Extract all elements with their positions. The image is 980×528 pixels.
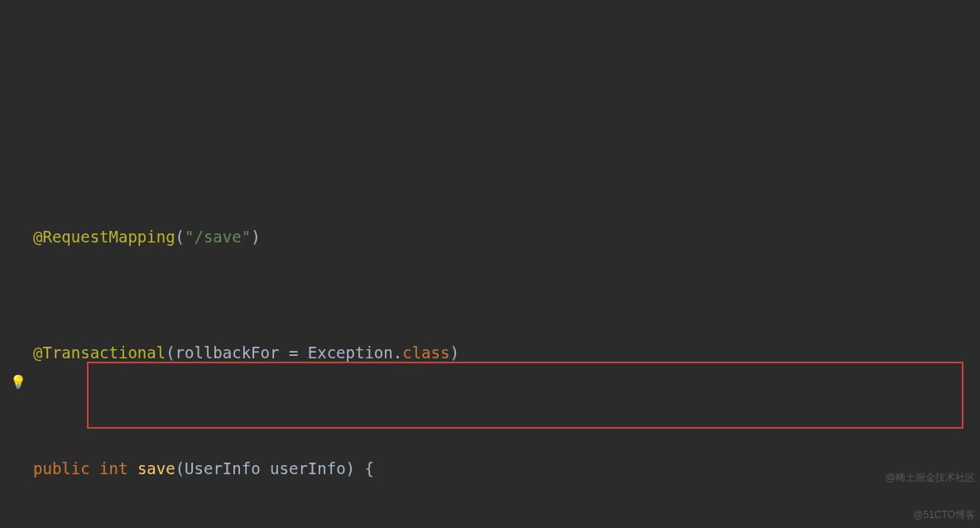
string-literal: "/save" (185, 228, 251, 246)
code-line: @RequestMapping("/save") (33, 223, 980, 252)
punct: . (393, 343, 402, 362)
sp (90, 459, 99, 478)
code-line: @Transactional(rollbackFor = Exception.c… (33, 338, 980, 367)
punct: ( (175, 459, 185, 478)
type: UserInfo (185, 459, 261, 478)
gutter: 💡 (0, 0, 30, 528)
punct: = (279, 343, 307, 362)
keyword: public (33, 459, 90, 478)
punct: ) (449, 343, 459, 362)
code-line: public int save(UserInfo userInfo) { (33, 454, 980, 483)
code-area[interactable]: @RequestMapping("/save") @Transactional(… (33, 136, 980, 528)
punct: ( (175, 228, 185, 246)
annotation: @RequestMapping (33, 228, 175, 246)
punct: ) (251, 228, 260, 246)
class-ref: Exception (308, 343, 393, 362)
code-editor[interactable]: 💡 @RequestMapping("/save") @Transactiona… (0, 0, 980, 528)
param: userInfo (270, 459, 346, 478)
punct: ( (166, 343, 175, 362)
intention-bulb-icon[interactable]: 💡 (10, 367, 26, 396)
sp (261, 459, 270, 478)
attr: rollbackFor (175, 343, 280, 362)
method-name: save (137, 459, 175, 478)
keyword: int (99, 459, 127, 478)
sp (127, 459, 137, 478)
keyword: class (402, 343, 449, 362)
punct: ) { (346, 459, 374, 478)
annotation: @Transactional (33, 343, 166, 362)
